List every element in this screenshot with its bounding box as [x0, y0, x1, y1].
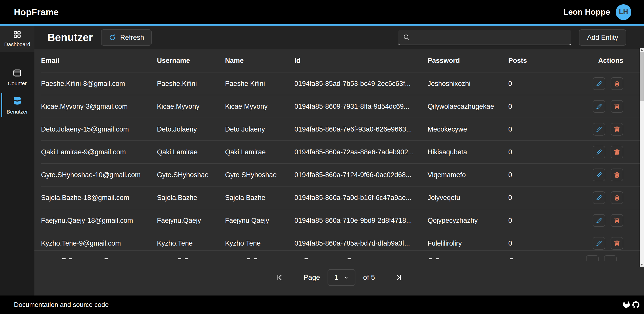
scrollbar-thumb[interactable] — [640, 52, 644, 101]
vertical-scrollbar[interactable] — [640, 48, 644, 267]
cell-name: Gyte SHyhoshae — [225, 171, 294, 179]
cell-password: Qojypecyzhazhy — [428, 217, 508, 225]
cell-posts: 0 — [508, 194, 567, 202]
cell-email: Kicae.Myvony-3@gmail.com — [41, 103, 157, 110]
documentation-link[interactable]: Documentation and source code — [14, 301, 109, 309]
cell-posts: 0 — [508, 217, 567, 225]
column-header-email: Email — [41, 57, 157, 65]
table-row: Kicae.Myvony-3@gmail.com Kicae.Myvony Ki… — [41, 95, 640, 118]
pencil-icon — [595, 126, 602, 133]
cell-name: Kicae Myvony — [225, 103, 294, 110]
users-table: Email Username Name Id Password Posts Ac… — [34, 49, 640, 261]
search-box — [398, 30, 571, 45]
delete-button[interactable] — [611, 237, 623, 250]
trash-icon — [613, 103, 620, 110]
scroll-up-arrow[interactable] — [640, 49, 643, 51]
cell-password: Qilywolaecazhugekae — [428, 103, 508, 110]
chevron-down-icon — [344, 275, 349, 280]
sidebar-item-dashboard[interactable]: Dashboard — [0, 26, 34, 52]
table-body: Paeshe.Kifini-8@gmail.com Paeshe.Kifini … — [41, 72, 640, 254]
github-icon[interactable] — [632, 301, 639, 308]
trash-icon — [613, 80, 620, 87]
cell-email: Kyzho.Tene-9@gmail.com — [41, 239, 157, 247]
cell-username: Faejynu.Qaejy — [157, 217, 225, 225]
database-icon — [12, 96, 23, 106]
edit-button[interactable] — [593, 191, 605, 204]
pencil-icon — [595, 217, 602, 224]
cell-password: Fuleliliroliry — [428, 239, 508, 247]
table-row: Sajola.Bazhe-18@gmail.com Sajola.Bazhe S… — [41, 186, 640, 209]
edit-button[interactable] — [593, 100, 605, 113]
page-select-value: 1 — [334, 273, 338, 282]
cell-email: Sajola.Bazhe-18@gmail.com — [41, 194, 157, 202]
sidebar-item-label: Benutzer — [7, 109, 28, 115]
delete-button[interactable] — [611, 146, 623, 158]
cell-password: Viqemamefo — [428, 171, 508, 179]
user-name: Leon Hoppe — [563, 7, 610, 17]
column-header-password: Password — [428, 57, 508, 65]
cell-password: Jolyveqefu — [428, 194, 508, 202]
cell-password: Hikisaqubeta — [428, 148, 508, 156]
cell-name: Kyzho Tene — [225, 239, 294, 247]
app-logo[interactable]: HopFrame — [14, 7, 59, 17]
cell-posts: 0 — [508, 148, 567, 156]
cell-posts: 0 — [508, 125, 567, 133]
gitlab-icon[interactable] — [623, 301, 630, 308]
trash-icon — [613, 240, 620, 247]
cell-id: 0194fa85-860a-7124-9f66-0ac02d68... — [294, 171, 428, 179]
cell-posts: 0 — [508, 171, 567, 179]
first-page-button[interactable] — [276, 273, 284, 282]
delete-button[interactable] — [611, 169, 623, 181]
edit-button[interactable] — [593, 214, 605, 227]
sidebar-item-label: Counter — [8, 80, 27, 86]
cell-name: Qaki Lamirae — [225, 148, 294, 156]
refresh-label: Refresh — [120, 34, 144, 42]
cell-username: Kyzho.Tene — [157, 239, 225, 247]
delete-button[interactable] — [611, 100, 623, 113]
cell-username: Paeshe.Kifini — [157, 80, 225, 88]
sidebar-item-label: Dashboard — [4, 41, 30, 47]
cell-id: 0194fa85-860a-72aa-88e6-7adeb902... — [294, 148, 428, 156]
cell-username: Gyte.SHyhoshae — [157, 171, 225, 179]
delete-button[interactable] — [611, 214, 623, 227]
cell-id: 0194fa85-860a-7e6f-93a0-626e9663... — [294, 125, 428, 133]
trash-icon — [613, 126, 620, 133]
refresh-button[interactable]: Refresh — [101, 29, 152, 46]
sidebar-item-counter[interactable]: Counter — [0, 64, 34, 90]
edit-button[interactable] — [593, 123, 605, 136]
page-select[interactable]: 1 — [328, 269, 355, 286]
scroll-down-arrow[interactable] — [640, 264, 643, 266]
cell-name: Faejynu Qaejy — [225, 217, 294, 225]
delete-button[interactable] — [611, 77, 623, 90]
cell-username: Sajola.Bazhe — [157, 194, 225, 202]
edit-button[interactable] — [593, 146, 605, 158]
grid-icon — [13, 30, 22, 39]
edit-button[interactable] — [593, 169, 605, 181]
edit-button[interactable] — [593, 237, 605, 250]
avatar[interactable]: LH — [616, 4, 631, 20]
cell-name: Sajola Bazhe — [225, 194, 294, 202]
cell-id: 0194fa85-860a-710e-9bd9-2d8f4718... — [294, 217, 428, 225]
pencil-icon — [595, 171, 602, 178]
table-row: Paeshe.Kifini-8@gmail.com Paeshe.Kifini … — [41, 72, 640, 95]
cell-id: 0194fa85-8609-7931-8ffa-9d54dc69... — [294, 103, 428, 110]
cell-username: Deto.Jolaeny — [157, 125, 225, 133]
delete-button[interactable] — [611, 123, 623, 136]
delete-button[interactable] — [604, 255, 617, 261]
trash-icon — [613, 171, 620, 178]
add-entity-button[interactable]: Add Entity — [579, 29, 626, 46]
trash-icon — [613, 149, 620, 156]
table-row: Deto.Jolaeny-15@gmail.com Deto.Jolaeny D… — [41, 118, 640, 140]
edit-button[interactable] — [586, 255, 599, 261]
sidebar-item-benutzer[interactable]: Benutzer — [0, 92, 34, 118]
cell-posts: 0 — [508, 80, 567, 88]
column-header-name: Name — [225, 57, 294, 65]
sidebar: Dashboard Counter Benutzer — [0, 26, 34, 295]
cell-username: Kicae.Myvony — [157, 103, 225, 110]
table-row: Qaki.Lamirae-9@gmail.com Qaki.Lamirae Qa… — [41, 140, 640, 163]
last-page-button[interactable] — [395, 273, 403, 282]
edit-button[interactable] — [593, 77, 605, 90]
cell-id: 0194fa85-860a-7a0d-b16f-6c47a9ae... — [294, 194, 428, 202]
search-input[interactable] — [414, 30, 571, 45]
delete-button[interactable] — [611, 191, 623, 204]
